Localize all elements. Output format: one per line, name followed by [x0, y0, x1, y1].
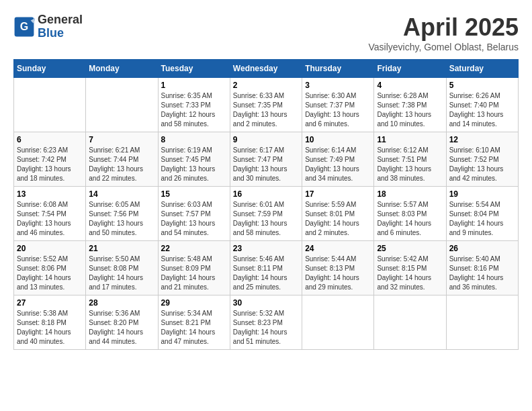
day-number: 5 — [449, 81, 515, 90]
day-number: 14 — [89, 189, 154, 199]
weekday-header-monday: Monday — [86, 60, 158, 78]
weekday-header-wednesday: Wednesday — [230, 60, 302, 78]
day-number: 18 — [377, 189, 443, 199]
day-info: Sunrise: 6:19 AMSunset: 7:45 PMDaylight:… — [161, 146, 227, 183]
day-info: Sunrise: 5:50 AMSunset: 8:08 PMDaylight:… — [89, 255, 154, 292]
day-info: Sunrise: 5:34 AMSunset: 8:21 PMDaylight:… — [161, 309, 227, 347]
day-number: 1 — [161, 81, 227, 90]
day-number: 30 — [233, 298, 299, 308]
day-info: Sunrise: 6:35 AMSunset: 7:33 PMDaylight:… — [161, 91, 227, 129]
day-info: Sunrise: 5:48 AMSunset: 8:09 PMDaylight:… — [161, 255, 227, 292]
day-info: Sunrise: 5:52 AMSunset: 8:06 PMDaylight:… — [17, 255, 83, 292]
calendar-cell: 20Sunrise: 5:52 AMSunset: 8:06 PMDayligh… — [14, 241, 86, 295]
calendar-cell: 6Sunrise: 6:23 AMSunset: 7:42 PMDaylight… — [14, 132, 86, 187]
calendar-cell: 30Sunrise: 5:32 AMSunset: 8:23 PMDayligh… — [230, 295, 302, 350]
day-number: 26 — [449, 244, 515, 253]
day-info: Sunrise: 6:26 AMSunset: 7:40 PMDaylight:… — [449, 91, 515, 129]
day-number: 16 — [233, 189, 299, 199]
calendar-cell: 1Sunrise: 6:35 AMSunset: 7:33 PMDaylight… — [158, 78, 230, 132]
calendar-cell: 29Sunrise: 5:34 AMSunset: 8:21 PMDayligh… — [158, 295, 230, 350]
day-info: Sunrise: 5:42 AMSunset: 8:15 PMDaylight:… — [377, 255, 443, 292]
calendar-cell — [86, 78, 158, 132]
calendar-cell: 14Sunrise: 6:05 AMSunset: 7:56 PMDayligh… — [86, 187, 158, 241]
weekday-header-tuesday: Tuesday — [158, 60, 230, 78]
calendar-cell: 24Sunrise: 5:44 AMSunset: 8:13 PMDayligh… — [302, 241, 374, 295]
day-info: Sunrise: 6:21 AMSunset: 7:44 PMDaylight:… — [89, 146, 154, 183]
weekday-header-sunday: Sunday — [14, 60, 86, 78]
day-number: 20 — [17, 244, 83, 253]
calendar-cell: 25Sunrise: 5:42 AMSunset: 8:15 PMDayligh… — [374, 241, 446, 295]
logo-blue: Blue — [38, 26, 64, 40]
calendar-cell: 3Sunrise: 6:30 AMSunset: 7:37 PMDaylight… — [302, 78, 374, 132]
day-info: Sunrise: 6:17 AMSunset: 7:47 PMDaylight:… — [233, 146, 299, 183]
calendar-cell: 27Sunrise: 5:38 AMSunset: 8:18 PMDayligh… — [14, 295, 86, 350]
day-number: 21 — [89, 244, 154, 253]
header: G General Blue April 2025 Vasilyevichy, … — [13, 13, 519, 52]
logo-text: General Blue — [38, 13, 83, 40]
day-number: 22 — [161, 244, 227, 253]
calendar-week-row: 6Sunrise: 6:23 AMSunset: 7:42 PMDaylight… — [14, 132, 519, 187]
calendar-cell: 26Sunrise: 5:40 AMSunset: 8:16 PMDayligh… — [446, 241, 518, 295]
day-number: 15 — [161, 189, 227, 199]
day-number: 27 — [17, 298, 83, 308]
calendar-cell: 23Sunrise: 5:46 AMSunset: 8:11 PMDayligh… — [230, 241, 302, 295]
weekday-header-friday: Friday — [374, 60, 446, 78]
weekday-header-row: SundayMondayTuesdayWednesdayThursdayFrid… — [14, 60, 519, 78]
day-info: Sunrise: 6:33 AMSunset: 7:35 PMDaylight:… — [233, 91, 299, 129]
day-info: Sunrise: 5:40 AMSunset: 8:16 PMDaylight:… — [449, 255, 515, 292]
day-number: 28 — [89, 298, 154, 308]
day-number: 23 — [233, 244, 299, 253]
day-number: 29 — [161, 298, 227, 308]
logo: G General Blue — [13, 13, 83, 40]
calendar-cell: 8Sunrise: 6:19 AMSunset: 7:45 PMDaylight… — [158, 132, 230, 187]
day-number: 8 — [161, 135, 227, 144]
weekday-header-saturday: Saturday — [446, 60, 518, 78]
day-info: Sunrise: 6:05 AMSunset: 7:56 PMDaylight:… — [89, 200, 154, 238]
day-number: 10 — [305, 135, 371, 144]
day-info: Sunrise: 5:59 AMSunset: 8:01 PMDaylight:… — [305, 200, 371, 238]
calendar-week-row: 13Sunrise: 6:08 AMSunset: 7:54 PMDayligh… — [14, 187, 519, 241]
day-number: 7 — [89, 135, 154, 144]
day-number: 9 — [233, 135, 299, 144]
day-number: 2 — [233, 81, 299, 90]
title-area: April 2025 Vasilyevichy, Gomel Oblast, B… — [368, 13, 519, 52]
day-info: Sunrise: 5:44 AMSunset: 8:13 PMDaylight:… — [305, 255, 371, 292]
day-info: Sunrise: 6:01 AMSunset: 7:59 PMDaylight:… — [233, 200, 299, 238]
day-info: Sunrise: 5:32 AMSunset: 8:23 PMDaylight:… — [233, 309, 299, 347]
calendar-cell: 12Sunrise: 6:10 AMSunset: 7:52 PMDayligh… — [446, 132, 518, 187]
calendar-table: SundayMondayTuesdayWednesdayThursdayFrid… — [13, 59, 519, 350]
svg-text:G: G — [20, 21, 28, 32]
day-info: Sunrise: 6:23 AMSunset: 7:42 PMDaylight:… — [17, 146, 83, 183]
day-info: Sunrise: 6:12 AMSunset: 7:51 PMDaylight:… — [377, 146, 443, 183]
day-info: Sunrise: 6:10 AMSunset: 7:52 PMDaylight:… — [449, 146, 515, 183]
day-number: 19 — [449, 189, 515, 199]
day-number: 3 — [305, 81, 371, 90]
calendar-cell: 2Sunrise: 6:33 AMSunset: 7:35 PMDaylight… — [230, 78, 302, 132]
day-number: 12 — [449, 135, 515, 144]
day-info: Sunrise: 5:36 AMSunset: 8:20 PMDaylight:… — [89, 309, 154, 347]
calendar-cell: 15Sunrise: 6:03 AMSunset: 7:57 PMDayligh… — [158, 187, 230, 241]
day-number: 25 — [377, 244, 443, 253]
day-info: Sunrise: 6:08 AMSunset: 7:54 PMDaylight:… — [17, 200, 83, 238]
day-info: Sunrise: 6:03 AMSunset: 7:57 PMDaylight:… — [161, 200, 227, 238]
calendar-cell — [374, 295, 446, 350]
day-info: Sunrise: 5:46 AMSunset: 8:11 PMDaylight:… — [233, 255, 299, 292]
calendar-cell: 16Sunrise: 6:01 AMSunset: 7:59 PMDayligh… — [230, 187, 302, 241]
calendar-week-row: 27Sunrise: 5:38 AMSunset: 8:18 PMDayligh… — [14, 295, 519, 350]
day-number: 17 — [305, 189, 371, 199]
calendar-cell: 28Sunrise: 5:36 AMSunset: 8:20 PMDayligh… — [86, 295, 158, 350]
calendar-cell: 19Sunrise: 5:54 AMSunset: 8:04 PMDayligh… — [446, 187, 518, 241]
calendar-week-row: 20Sunrise: 5:52 AMSunset: 8:06 PMDayligh… — [14, 241, 519, 295]
day-info: Sunrise: 6:30 AMSunset: 7:37 PMDaylight:… — [305, 91, 371, 129]
calendar-cell: 18Sunrise: 5:57 AMSunset: 8:03 PMDayligh… — [374, 187, 446, 241]
calendar-cell: 13Sunrise: 6:08 AMSunset: 7:54 PMDayligh… — [14, 187, 86, 241]
weekday-header-thursday: Thursday — [302, 60, 374, 78]
logo-icon: G — [13, 16, 35, 38]
calendar-cell — [14, 78, 86, 132]
calendar-cell: 11Sunrise: 6:12 AMSunset: 7:51 PMDayligh… — [374, 132, 446, 187]
logo-general: General — [38, 13, 83, 26]
calendar-cell: 7Sunrise: 6:21 AMSunset: 7:44 PMDaylight… — [86, 132, 158, 187]
calendar-cell: 4Sunrise: 6:28 AMSunset: 7:38 PMDaylight… — [374, 78, 446, 132]
calendar-week-row: 1Sunrise: 6:35 AMSunset: 7:33 PMDaylight… — [14, 78, 519, 132]
day-info: Sunrise: 5:38 AMSunset: 8:18 PMDaylight:… — [17, 309, 83, 347]
